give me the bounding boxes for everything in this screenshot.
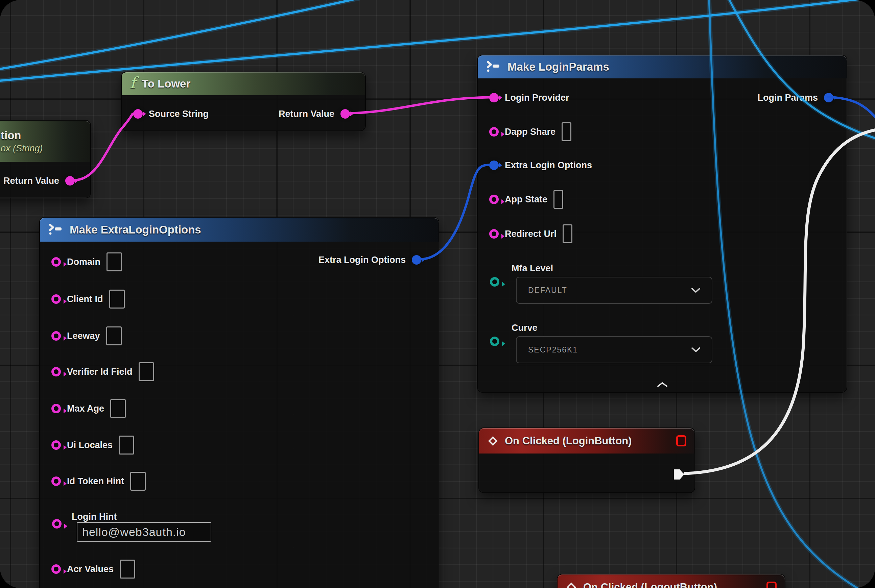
login-params-out-row: Login Params xyxy=(757,88,833,107)
node-header[interactable]: Make ExtraLoginOptions xyxy=(40,218,439,242)
ui-locales-row: Ui Locales xyxy=(51,436,134,454)
acr-values-value-box[interactable] xyxy=(120,560,135,579)
leeway-value-box[interactable] xyxy=(106,327,122,345)
pin-label: Return Value xyxy=(278,109,334,119)
max-age-value-box[interactable] xyxy=(110,399,126,418)
extra-login-options-in-row: Extra Login Options xyxy=(489,156,592,175)
leeway-row: Leeway xyxy=(51,327,122,345)
ui-locales-value-box[interactable] xyxy=(119,436,134,454)
node-title: Make LoginParams xyxy=(508,60,609,74)
node-make-extra-login-options[interactable]: Make ExtraLoginOptions Domain Extra Logi… xyxy=(39,217,439,588)
collapse-node-icon[interactable] xyxy=(657,382,668,387)
acr-values-pin[interactable] xyxy=(51,564,61,574)
dapp-share-row: Dapp Share xyxy=(489,122,571,141)
node-title: On Clicked (LoginButton) xyxy=(505,435,631,447)
source-string-row: Source String xyxy=(133,104,209,123)
acr-values-row: Acr Values xyxy=(51,560,135,579)
pin-label: Login Params xyxy=(757,93,818,103)
pin-label: Max Age xyxy=(67,404,104,414)
node-title: tion xyxy=(1,129,21,142)
extra-login-options-output-pin[interactable] xyxy=(412,255,421,265)
pin-label: Acr Values xyxy=(67,564,114,574)
pin-label: Redirect Url xyxy=(505,229,556,239)
redirect-url-pin[interactable] xyxy=(489,229,499,238)
node-title: On Clicked (LogoutButton) xyxy=(583,581,717,588)
pin-label: Leeway xyxy=(67,331,100,341)
id-token-hint-row: Id Token Hint xyxy=(51,472,146,490)
chevron-down-icon xyxy=(692,347,700,352)
node-header[interactable]: Make LoginParams xyxy=(478,56,846,78)
blueprint-canvas[interactable]: tion ox (String) Return Value f To Lower… xyxy=(0,0,875,588)
pin-label: Ui Locales xyxy=(67,440,113,450)
node-header[interactable]: On Clicked (LoginButton) xyxy=(479,428,695,453)
pin-label: Login Provider xyxy=(505,93,569,103)
curve-value: SECP256K1 xyxy=(528,345,578,354)
wire-cyan-diagonal-1[interactable] xyxy=(0,0,369,70)
event-diamond-icon xyxy=(566,582,577,588)
return-value-row: Return Value xyxy=(278,104,350,123)
return-value-pin[interactable] xyxy=(65,176,75,186)
node-subtitle: ox (String) xyxy=(1,143,43,154)
extra-login-options-input-pin[interactable] xyxy=(489,160,499,170)
delegate-square-icon[interactable] xyxy=(767,582,777,588)
verifier-id-field-pin[interactable] xyxy=(51,367,61,376)
id-token-hint-pin[interactable] xyxy=(51,477,61,486)
pin-label: App State xyxy=(505,194,547,205)
dapp-share-pin[interactable] xyxy=(489,127,499,136)
client-id-row: Client Id xyxy=(51,290,125,309)
node-on-clicked-login-button[interactable]: On Clicked (LoginButton) xyxy=(478,428,695,493)
login-params-output-pin[interactable] xyxy=(824,93,833,102)
domain-value-box[interactable] xyxy=(107,252,122,272)
function-icon: f xyxy=(130,75,135,91)
app-state-pin[interactable] xyxy=(489,195,499,204)
wire-glow xyxy=(0,0,369,70)
node-on-clicked-logout-button[interactable]: On Clicked (LogoutButton) xyxy=(557,574,785,588)
delegate-square-icon[interactable] xyxy=(676,435,686,446)
node-string-conversion[interactable]: tion ox (String) Return Value xyxy=(0,120,91,198)
redirect-url-row: Redirect Url xyxy=(489,224,573,243)
node-header[interactable]: On Clicked (LogoutButton) xyxy=(558,574,785,588)
node-header[interactable]: f To Lower xyxy=(122,72,365,95)
return-value-pin[interactable] xyxy=(340,109,350,118)
make-struct-icon xyxy=(486,60,501,74)
curve-label: Curve xyxy=(511,323,538,333)
app-state-row: App State xyxy=(489,190,563,209)
node-header[interactable]: tion ox (String) xyxy=(0,121,90,162)
login-provider-pin[interactable] xyxy=(489,93,499,102)
extra-login-options-out-row: Extra Login Options xyxy=(319,250,421,269)
chevron-down-icon xyxy=(692,288,700,292)
max-age-row: Max Age xyxy=(51,399,126,418)
pin-label: Extra Login Options xyxy=(505,160,592,171)
mfa-level-pin[interactable] xyxy=(490,277,499,286)
leeway-pin[interactable] xyxy=(51,331,61,340)
wire-return-to-login-provider[interactable] xyxy=(349,98,489,113)
client-id-pin[interactable] xyxy=(51,294,61,304)
pin-label: Verifier Id Field xyxy=(67,367,132,377)
node-make-login-params[interactable]: Make LoginParams Login Provider Login Pa… xyxy=(477,55,847,393)
pin-label: Domain xyxy=(67,257,101,267)
dapp-share-value-box[interactable] xyxy=(562,122,571,141)
source-string-pin[interactable] xyxy=(133,109,143,118)
app-state-value-box[interactable] xyxy=(553,190,563,209)
client-id-value-box[interactable] xyxy=(109,290,125,309)
domain-pin[interactable] xyxy=(51,257,61,267)
login-hint-label: Login Hint xyxy=(72,512,117,522)
mfa-level-value: DEFAULT xyxy=(528,286,567,295)
curve-pin[interactable] xyxy=(490,337,499,346)
mfa-level-dropdown[interactable]: DEFAULT xyxy=(516,277,713,304)
pin-label: Return Value xyxy=(3,176,59,186)
curve-dropdown[interactable]: SECP256K1 xyxy=(516,336,713,363)
make-struct-icon xyxy=(48,224,63,236)
max-age-pin[interactable] xyxy=(51,404,61,413)
exec-output-pin[interactable] xyxy=(673,468,686,480)
node-to-lower[interactable]: f To Lower Source String Return Value xyxy=(121,72,366,131)
id-token-hint-value-box[interactable] xyxy=(130,472,146,490)
pin-label: Extra Login Options xyxy=(319,255,406,265)
ui-locales-pin[interactable] xyxy=(51,440,61,450)
verifier-id-field-value-box[interactable] xyxy=(138,362,154,381)
return-value-row: Return Value xyxy=(3,171,75,190)
pin-label: Dapp Share xyxy=(505,127,555,137)
redirect-url-value-box[interactable] xyxy=(562,224,573,243)
login-hint-input[interactable] xyxy=(77,522,211,542)
login-hint-pin[interactable] xyxy=(52,519,62,528)
